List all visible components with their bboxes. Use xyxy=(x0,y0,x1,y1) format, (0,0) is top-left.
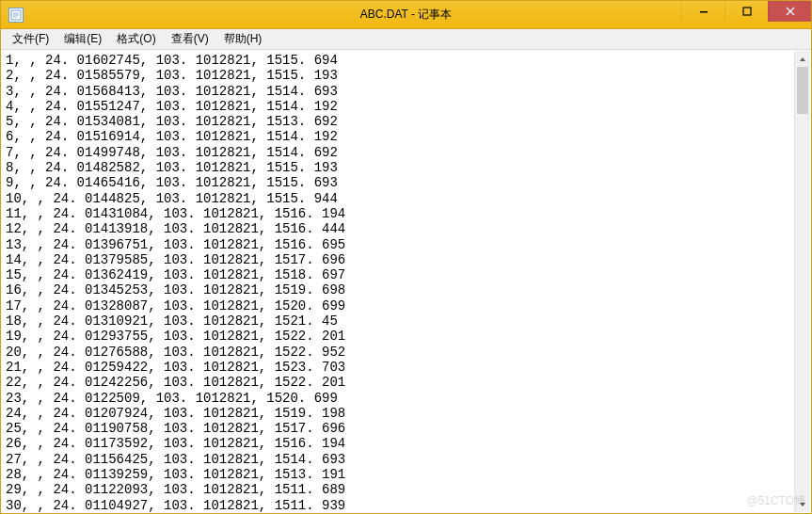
menu-edit[interactable]: 编辑(E) xyxy=(56,29,109,49)
menu-help[interactable]: 帮助(H) xyxy=(216,29,270,49)
scroll-track[interactable] xyxy=(795,67,810,496)
close-button[interactable] xyxy=(768,1,811,22)
menubar: 文件(F) 编辑(E) 格式(O) 查看(V) 帮助(H) xyxy=(1,29,811,50)
content-area: 1, , 24. 01602745, 103. 1012821, 1515. 6… xyxy=(2,51,810,512)
maximize-button[interactable] xyxy=(724,1,768,22)
window-title: ABC.DAT - 记事本 xyxy=(360,7,453,23)
window-controls xyxy=(681,1,811,22)
scroll-up-arrow[interactable] xyxy=(795,51,810,67)
scroll-thumb[interactable] xyxy=(797,67,808,114)
text-editor[interactable]: 1, , 24. 01602745, 103. 1012821, 1515. 6… xyxy=(2,51,794,512)
menu-format[interactable]: 格式(O) xyxy=(109,29,163,49)
minimize-button[interactable] xyxy=(681,1,724,22)
notepad-icon xyxy=(8,8,24,23)
titlebar: ABC.DAT - 记事本 xyxy=(1,1,811,29)
scroll-down-arrow[interactable] xyxy=(795,496,810,512)
svg-rect-5 xyxy=(743,8,751,15)
menu-view[interactable]: 查看(V) xyxy=(164,29,216,49)
svg-rect-4 xyxy=(700,11,708,13)
vertical-scrollbar[interactable] xyxy=(794,51,810,512)
svg-marker-9 xyxy=(800,503,805,506)
svg-marker-8 xyxy=(800,57,805,61)
menu-file[interactable]: 文件(F) xyxy=(5,29,56,49)
